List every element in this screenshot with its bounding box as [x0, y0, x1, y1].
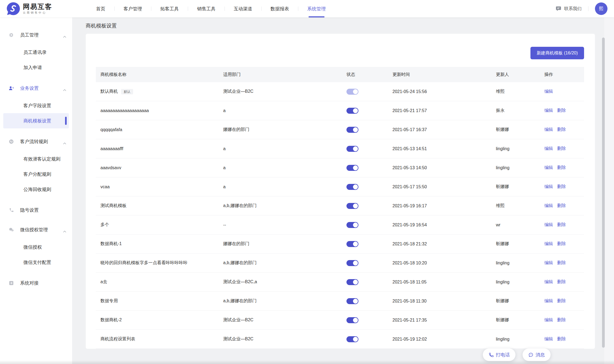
edit-link[interactable]: 编辑 — [544, 127, 553, 132]
column-header-操作: 操作 — [540, 72, 584, 78]
nav-tab-7[interactable]: 系统管理 — [298, 0, 335, 17]
status-toggle[interactable] — [346, 146, 358, 152]
delete-link[interactable]: 删除 — [557, 336, 566, 342]
sidebar-section-6[interactable]: 系统对接 — [0, 276, 72, 289]
edit-link[interactable]: 编辑 — [544, 260, 553, 266]
sidebar-section-2[interactable]: 业务设置 — [0, 82, 72, 95]
update-time: 2021-05-21 17:35 — [388, 318, 491, 323]
delete-link[interactable]: 删除 — [557, 165, 566, 171]
edit-link[interactable]: 编辑 — [544, 146, 553, 152]
nav-tab-4[interactable]: 销售工具 — [188, 0, 225, 17]
update-time: 2021-05-19 12:02 — [388, 337, 491, 342]
edit-link[interactable]: 编辑 — [544, 336, 553, 342]
template-name: 晓玲的回归商机模板字多一点看看咔咔咔咔咔 — [100, 260, 188, 266]
sidebar-item-员工通讯录[interactable]: 员工通讯录 — [3, 45, 69, 60]
sidebar-item-有效潜客认定规则[interactable]: 有效潜客认定规则 — [3, 151, 69, 166]
status-toggle[interactable] — [346, 222, 358, 228]
top-navbar: 网易互客 云商销售中心 首页客户管理拓客工具销售工具互动渠道数据报表系统管理 联… — [0, 0, 614, 17]
sidebar-item-微信授权[interactable]: 微信授权 — [3, 239, 69, 255]
toggle-knob — [353, 184, 358, 189]
updated-by: 靳娜娜 — [491, 317, 540, 323]
status-toggle[interactable] — [346, 108, 358, 114]
nav-tab-1[interactable]: 首页 — [87, 0, 114, 17]
contact-us-button[interactable]: 联系我们 — [555, 6, 582, 12]
column-header-更新人: 更新人 — [491, 72, 540, 78]
delete-link[interactable]: 删除 — [557, 298, 566, 304]
call-button[interactable]: 打电话 — [483, 348, 515, 361]
update-time: 2021-05-18 11:30 — [388, 299, 491, 304]
toggle-knob — [353, 318, 358, 323]
edit-link[interactable]: 编辑 — [544, 298, 553, 304]
sidebar-item-客户分配规则[interactable]: 客户分配规则 — [3, 166, 69, 182]
edit-link[interactable]: 编辑 — [544, 241, 553, 247]
edit-link[interactable]: 编辑 — [544, 184, 553, 190]
template-name: aaavdsavv — [100, 165, 121, 170]
sidebar-section-3[interactable]: 客户流转规则 — [0, 135, 72, 148]
status-toggle[interactable] — [346, 89, 358, 95]
sidebar-item-微信支付配置[interactable]: 微信支付配置 — [3, 255, 69, 270]
table-row-14: 商机流程设置列表测试企业—B2C2021-05-19 12:02lingling… — [96, 330, 584, 349]
edit-link[interactable]: 编辑 — [544, 317, 553, 323]
delete-link[interactable]: 删除 — [557, 222, 566, 228]
sidebar-section-1[interactable]: 员工管理 — [0, 28, 72, 41]
applicable-department: 测试企业—B2C — [219, 317, 342, 323]
edit-link[interactable]: 编辑 — [544, 165, 553, 171]
column-header-状态: 状态 — [342, 72, 388, 78]
sidebar-item-加入申请[interactable]: 加入申请 — [3, 60, 69, 75]
nav-tab-6[interactable]: 数据报表 — [262, 0, 298, 17]
phone-icon — [9, 208, 14, 213]
sidebar-item-商机模板设置[interactable]: 商机模板设置 — [3, 113, 69, 128]
sidebar-item-公海回收规则[interactable]: 公海回收规则 — [3, 182, 69, 197]
edit-link[interactable]: 编辑 — [544, 279, 553, 285]
status-toggle[interactable] — [346, 203, 358, 209]
applicable-department: a,b,娜娜在的部门 — [219, 260, 342, 266]
update-time: 2021-05-13 14:50 — [388, 165, 491, 170]
edit-link[interactable]: 编辑 — [544, 108, 553, 113]
column-header-更新时间: 更新时间 — [388, 72, 491, 78]
status-toggle[interactable] — [346, 336, 358, 342]
status-toggle[interactable] — [346, 241, 358, 247]
delete-link[interactable]: 删除 — [557, 260, 566, 266]
updated-by: 维熙 — [491, 89, 540, 94]
status-toggle[interactable] — [346, 298, 358, 304]
message-button[interactable]: 消息 — [523, 348, 551, 361]
scrollbar-thumb[interactable] — [602, 38, 605, 348]
table-row-6: vcaaa2021-05-17 15:50靳娜娜编辑删除 — [96, 177, 584, 196]
edit-link[interactable]: 编辑 — [544, 203, 553, 209]
edit-link[interactable]: 编辑 — [544, 89, 553, 94]
user-settings-icon — [9, 86, 14, 91]
delete-link[interactable]: 删除 — [557, 317, 566, 323]
status-toggle[interactable] — [346, 260, 358, 266]
nav-tab-5[interactable]: 互动渠道 — [225, 0, 261, 17]
sidebar-section-label: 业务设置 — [20, 85, 39, 91]
content-area: 商机模板设置 新建商机模板 (16/20) 商机模板名称适用部门状态更新时间更新… — [72, 17, 614, 364]
sidebar-section-4[interactable]: 隐号设置 — [0, 203, 72, 217]
status-toggle[interactable] — [346, 279, 358, 285]
template-name: vcaa — [100, 184, 110, 189]
sidebar-section-label: 员工管理 — [20, 32, 39, 38]
status-toggle[interactable] — [346, 184, 358, 190]
update-time: 2021-05-13 14:51 — [388, 146, 491, 151]
delete-link[interactable]: 删除 — [557, 184, 566, 190]
default-tag: 默认 — [121, 89, 133, 94]
sidebar-item-客户字段设置[interactable]: 客户字段设置 — [3, 98, 69, 113]
nav-tab-2[interactable]: 客户管理 — [115, 0, 151, 17]
edit-link[interactable]: 编辑 — [544, 222, 553, 228]
sidebar-section-5[interactable]: 微信授权管理 — [0, 223, 72, 236]
status-toggle[interactable] — [346, 317, 358, 323]
updated-by: 靳娜娜 — [491, 241, 540, 247]
delete-link[interactable]: 删除 — [557, 127, 566, 132]
delete-link[interactable]: 删除 — [557, 279, 566, 285]
status-toggle[interactable] — [346, 165, 358, 171]
status-toggle[interactable] — [346, 127, 358, 133]
delete-link[interactable]: 删除 — [557, 108, 566, 113]
delete-link[interactable]: 删除 — [557, 146, 566, 152]
table-row-5: aaavdsavva2021-05-13 14:50lingling编辑删除 — [96, 158, 584, 177]
applicable-department: 测试企业—B2C — [219, 89, 342, 94]
delete-link[interactable]: 删除 — [557, 241, 566, 247]
table-row-3: qqqqqafafa娜娜在的部门2021-05-17 16:37靳娜娜编辑删除 — [96, 120, 584, 139]
delete-link[interactable]: 删除 — [557, 203, 566, 209]
nav-tab-3[interactable]: 拓客工具 — [151, 0, 188, 17]
user-avatar[interactable]: 熙 — [595, 2, 607, 15]
create-template-button[interactable]: 新建商机模板 (16/20) — [530, 47, 584, 59]
